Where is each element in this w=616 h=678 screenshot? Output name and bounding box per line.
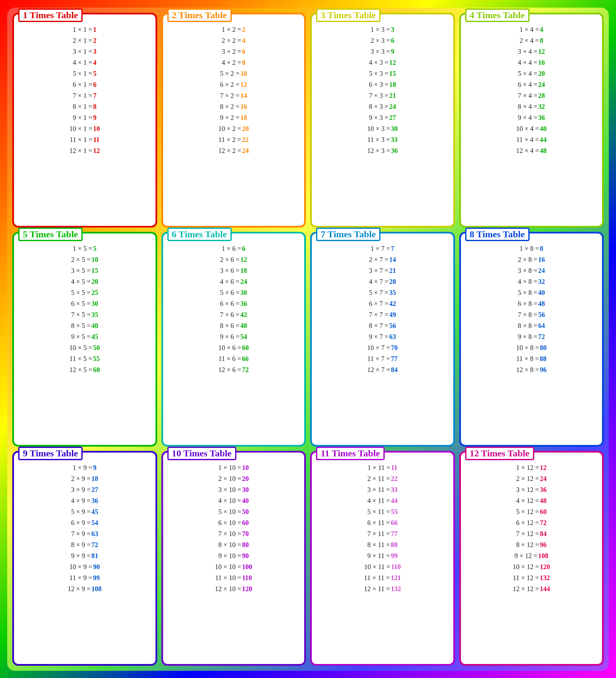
table-row: 2 × 3 = 6 — [315, 36, 450, 46]
result-value: 10 — [93, 124, 100, 134]
table-row: 11 × 10 = 110 — [166, 573, 301, 583]
result-value: 132 — [391, 584, 401, 594]
table-title-10: 10 Times Table — [167, 447, 236, 460]
result-value: 33 — [391, 135, 397, 145]
result-value: 25 — [92, 288, 98, 298]
result-value: 84 — [391, 365, 398, 375]
result-value: 64 — [538, 321, 545, 331]
table-row: 4 × 12 = 48 — [464, 496, 599, 506]
result-value: 7 — [93, 91, 97, 101]
table-row: 8 × 12 = 96 — [464, 540, 599, 550]
equation-text: 3 × 7 = — [369, 266, 388, 276]
equation-text: 4 × 11 = — [367, 496, 390, 506]
result-value: 36 — [538, 113, 545, 123]
table-rows-11: 1 × 11 = 112 × 11 = 223 × 11 = 334 × 11 … — [315, 463, 450, 594]
table-row: 9 × 3 = 27 — [315, 113, 450, 123]
table-row: 8 × 6 = 48 — [166, 321, 301, 331]
table-row: 10 × 12 = 120 — [464, 562, 599, 572]
result-value: 8 — [93, 102, 97, 112]
result-value: 36 — [540, 485, 547, 495]
table-row: 8 × 10 = 80 — [166, 540, 301, 550]
equation-text: 3 × 4 = — [518, 47, 537, 57]
table-row: 1 × 1 = 1 — [17, 25, 152, 35]
equation-text: 2 × 11 = — [367, 474, 390, 484]
equation-text: 12 × 4 = — [516, 146, 539, 156]
equation-text: 9 × 3 = — [369, 113, 388, 123]
result-value: 24 — [540, 474, 547, 484]
table-title-12: 12 Times Table — [465, 447, 534, 460]
equation-text: 2 × 3 = — [371, 36, 390, 46]
result-value: 66 — [391, 518, 397, 528]
equation-text: 11 × 6 = — [219, 354, 241, 364]
equation-text: 1 × 9 = — [73, 463, 92, 473]
result-value: 60 — [242, 518, 249, 528]
table-row: 8 × 2 = 16 — [166, 102, 301, 112]
table-row: 5 × 11 = 55 — [315, 507, 450, 517]
equation-text: 10 × 9 = — [69, 562, 92, 572]
equation-text: 7 × 9 = — [71, 529, 91, 539]
result-value: 22 — [242, 135, 249, 145]
table-row: 1 × 7 = 7 — [315, 244, 450, 254]
result-value: 32 — [538, 102, 545, 112]
equation-text: 11 × 3 = — [367, 135, 390, 145]
table-row: 2 × 9 = 18 — [17, 474, 152, 484]
result-value: 2 — [242, 25, 245, 35]
table-row: 10 × 9 = 90 — [17, 562, 152, 572]
equation-text: 9 × 9 = — [71, 551, 91, 561]
table-row: 6 × 8 = 48 — [464, 299, 599, 309]
result-value: 27 — [92, 485, 98, 495]
equation-text: 2 × 5 = — [71, 255, 91, 265]
equation-text: 10 × 8 = — [516, 343, 539, 353]
result-value: 42 — [389, 299, 396, 309]
result-value: 40 — [540, 124, 547, 134]
equation-text: 6 × 12 = — [516, 518, 539, 528]
equation-text: 7 × 3 = — [369, 91, 388, 101]
equation-text: 9 × 2 = — [220, 113, 239, 123]
equation-text: 8 × 6 = — [220, 321, 239, 331]
result-value: 63 — [389, 332, 396, 342]
table-card-11: 11 Times Table1 × 11 = 112 × 11 = 223 × … — [310, 451, 455, 666]
result-value: 15 — [92, 266, 98, 276]
table-row: 5 × 4 = 20 — [464, 69, 599, 79]
result-value: 15 — [389, 69, 396, 79]
result-value: 40 — [92, 321, 98, 331]
table-title-1: 1 Times Table — [18, 8, 83, 22]
equation-text: 1 × 5 = — [73, 244, 92, 254]
result-value: 20 — [538, 69, 545, 79]
table-row: 3 × 11 = 33 — [315, 485, 450, 495]
equation-text: 7 × 12 = — [516, 529, 539, 539]
equation-text: 9 × 10 = — [218, 551, 241, 561]
table-rows-12: 1 × 12 = 122 × 12 = 243 × 12 = 364 × 12 … — [464, 463, 599, 594]
equation-text: 12 × 8 = — [516, 365, 539, 375]
result-value: 1 — [93, 25, 97, 35]
equation-text: 1 × 4 = — [519, 25, 539, 35]
table-row: 7 × 6 = 42 — [166, 310, 301, 320]
result-value: 16 — [538, 255, 545, 265]
equation-text: 5 × 10 = — [218, 507, 241, 517]
result-value: 10 — [240, 69, 247, 79]
table-row: 6 × 11 = 66 — [315, 518, 450, 528]
equation-text: 12 × 6 = — [218, 365, 241, 375]
table-row: 11 × 7 = 77 — [315, 354, 450, 364]
row-2: 5 Times Table1 × 5 = 52 × 5 = 103 × 5 = … — [12, 232, 604, 447]
result-value: 96 — [540, 365, 547, 375]
table-row: 7 × 11 = 77 — [315, 529, 450, 539]
table-row: 2 × 4 = 8 — [464, 36, 599, 46]
table-row: 1 × 2 = 2 — [166, 25, 301, 35]
table-card-10: 10 Times Table1 × 10 = 102 × 10 = 203 × … — [161, 451, 306, 666]
equation-text: 9 × 8 = — [518, 332, 537, 342]
equation-text: 6 × 3 = — [369, 80, 388, 90]
table-row: 11 × 12 = 132 — [464, 573, 599, 583]
table-row: 10 × 6 = 60 — [166, 343, 301, 353]
table-rows-3: 1 × 3 = 32 × 3 = 63 × 3 = 94 × 3 = 125 ×… — [315, 25, 450, 156]
table-row: 8 × 4 = 32 — [464, 102, 599, 112]
row-1: 1 Times Table1 × 1 = 12 × 1 = 23 × 1 = 3… — [12, 13, 604, 228]
equation-text: 8 × 1 = — [73, 102, 92, 112]
equation-text: 1 × 10 = — [218, 463, 241, 473]
equation-text: 8 × 5 = — [71, 321, 91, 331]
equation-text: 1 × 6 = — [222, 244, 241, 254]
table-row: 1 × 3 = 3 — [315, 25, 450, 35]
table-row: 3 × 7 = 21 — [315, 266, 450, 276]
table-row: 11 × 11 = 121 — [315, 573, 450, 583]
result-value: 88 — [391, 540, 397, 550]
